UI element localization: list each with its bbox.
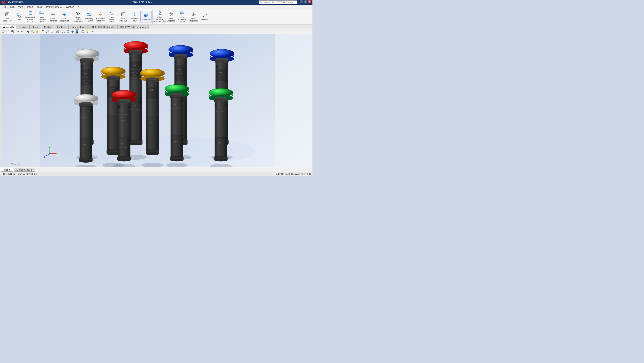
svg-point-115 bbox=[215, 58, 228, 60]
smart-fasteners-button[interactable]: SmartFasteners bbox=[47, 11, 58, 23]
menu-edit[interactable]: Edit bbox=[8, 5, 16, 9]
update-speedpak-label: UpdateSpeedPakSubassemblies bbox=[153, 16, 166, 22]
svg-point-202 bbox=[170, 159, 184, 162]
svg-text:AD16-220/S26: AD16-220/S26 bbox=[216, 111, 224, 113]
linear-component-button[interactable]: LinearComponentPattern bbox=[36, 11, 47, 23]
status-left: SOLIDWORKS Premium 2021 SP3.0 bbox=[2, 173, 37, 175]
search-filter-icon-btn[interactable]: 🔍 bbox=[30, 30, 35, 34]
svg-text:APT: APT bbox=[218, 142, 222, 144]
svg-text:AD16-220/S26: AD16-220/S26 bbox=[81, 117, 89, 118]
svg-rect-196 bbox=[181, 100, 182, 102]
svg-text:APT: APT bbox=[121, 110, 124, 112]
take-snapshot-button[interactable]: TakeSnapshot bbox=[165, 11, 176, 23]
lights-icon-btn[interactable]: 💡 bbox=[85, 30, 90, 34]
svg-point-155 bbox=[146, 153, 159, 155]
edit-component-button[interactable]: EditComponent bbox=[2, 11, 13, 23]
exploded-view-button[interactable]: ExplodedView bbox=[129, 11, 140, 23]
home-icon-btn[interactable]: 🏠 bbox=[1, 30, 5, 34]
svg-point-174 bbox=[118, 99, 131, 101]
svg-text:APT: APT bbox=[174, 141, 178, 143]
smart-fasteners-label: SmartFasteners bbox=[49, 18, 57, 22]
settings-icon-btn[interactable]: ⚙ bbox=[91, 30, 95, 34]
main-area: ‹ bbox=[0, 34, 312, 167]
svg-rect-17 bbox=[89, 15, 91, 16]
svg-rect-117 bbox=[216, 69, 227, 81]
minimize-button[interactable]: _ bbox=[300, 1, 303, 4]
tab-layout[interactable]: Layout bbox=[17, 25, 29, 29]
view-cube-icon-btn[interactable] bbox=[56, 30, 60, 34]
svg-point-55 bbox=[80, 58, 94, 60]
select-icon-btn[interactable] bbox=[26, 30, 30, 34]
tab-render-tools[interactable]: Render Tools bbox=[69, 25, 88, 29]
zoom-icon-btn[interactable]: 🔎 bbox=[45, 30, 50, 34]
new-motion-button[interactable]: NewMotionStudy bbox=[106, 11, 118, 23]
bottom-tab-model[interactable]: Model bbox=[1, 168, 13, 172]
help-search[interactable]: 🔍 Search SOLIDWORKS Help bbox=[259, 1, 298, 4]
svg-point-207 bbox=[214, 97, 228, 100]
svg-rect-192 bbox=[170, 97, 183, 136]
svg-rect-120 bbox=[226, 65, 228, 68]
svg-rect-148 bbox=[147, 87, 158, 99]
update-speedpak-button[interactable]: UpdateSpeedPakSubassemblies bbox=[154, 11, 165, 23]
move-component-button[interactable]: MoveComponent bbox=[58, 11, 70, 23]
pan-icon-btn[interactable]: ✋ bbox=[35, 30, 39, 34]
mate-button[interactable]: Mate bbox=[13, 11, 24, 23]
menu-window[interactable]: Window bbox=[64, 5, 76, 9]
tab-assembly[interactable]: Assembly bbox=[1, 25, 17, 29]
edit-component-label: EditComponent bbox=[2, 18, 12, 22]
measure-button[interactable]: Measure bbox=[199, 11, 210, 23]
tab-solidworks-visualize[interactable]: SOLIDWORKS Visualize bbox=[118, 25, 149, 29]
redo-icon-btn[interactable]: ↪ bbox=[20, 30, 24, 34]
menu-photoview[interactable]: PhotoView 360 bbox=[45, 5, 64, 9]
svg-rect-151 bbox=[157, 83, 158, 86]
maximize-button[interactable]: □ bbox=[304, 1, 307, 4]
shaded-edges-icon-btn[interactable] bbox=[75, 30, 79, 34]
measure-icon bbox=[202, 13, 208, 19]
zoom-fit-icon-btn[interactable]: ⊡ bbox=[50, 30, 54, 34]
left-panel-toggle[interactable]: ‹ bbox=[0, 34, 2, 167]
close-button[interactable]: ✕ bbox=[308, 1, 311, 4]
menu-tools[interactable]: Tools bbox=[35, 5, 44, 9]
exploded-view-label: ExplodedView bbox=[131, 18, 138, 22]
save-icon-btn[interactable]: 💾 bbox=[10, 30, 14, 34]
tab-solidworks-addins[interactable]: SOLIDWORKS Add-Ins bbox=[88, 25, 118, 29]
show-hidden-button[interactable]: ShowHiddenComponents bbox=[72, 11, 83, 23]
wireframe-icon-btn[interactable] bbox=[66, 30, 70, 34]
mass-properties-button[interactable]: MassProperties bbox=[188, 11, 199, 23]
large-assembly-button[interactable]: LargeAssemblySettings bbox=[176, 11, 188, 23]
tab-markup[interactable]: Markup bbox=[42, 25, 54, 29]
reference-geometry-button[interactable]: ReferenceGeometry bbox=[95, 11, 106, 23]
assembly-features-label: AssemblyFeatures bbox=[85, 18, 93, 22]
menu-help[interactable]: ? bbox=[76, 5, 81, 9]
undo-icon-btn[interactable]: ↩ bbox=[16, 30, 20, 34]
viewport[interactable]: APT AD16-220/S26 AC/DC 110V 20mA APT AD1… bbox=[2, 34, 312, 167]
assembly-features-button[interactable]: AssemblyFeatures bbox=[84, 11, 95, 23]
rotate-icon-btn[interactable] bbox=[41, 30, 45, 34]
show-hidden-label: ShowHiddenComponents bbox=[72, 16, 83, 22]
file-open-icon-btn[interactable]: 📄 bbox=[5, 30, 10, 34]
tab-sketch[interactable]: Sketch bbox=[30, 25, 42, 29]
bill-materials-button[interactable]: Bill ofMaterials bbox=[118, 11, 129, 23]
section-view-icon-btn[interactable] bbox=[81, 30, 85, 34]
bottom-tab-motion-study[interactable]: Motion Study 1 bbox=[14, 168, 35, 172]
menu-view[interactable]: View bbox=[16, 5, 25, 9]
svg-point-191 bbox=[170, 93, 184, 95]
svg-text:APT: APT bbox=[174, 104, 178, 106]
menu-insert[interactable]: Insert bbox=[25, 5, 35, 9]
menu-file[interactable]: File bbox=[1, 5, 8, 9]
assembly-features-icon bbox=[86, 12, 92, 18]
display-style-icon-btn[interactable] bbox=[61, 30, 66, 34]
svg-rect-216 bbox=[225, 141, 226, 143]
instant3d-button[interactable]: Instant3D bbox=[140, 11, 152, 23]
tab-evaluate[interactable]: Evaluate bbox=[55, 25, 69, 29]
svg-point-45 bbox=[72, 31, 74, 33]
component-preview-icon bbox=[27, 11, 33, 16]
svg-text:APT: APT bbox=[83, 113, 86, 115]
edit-component-icon bbox=[4, 12, 10, 18]
svg-text:Z: Z bbox=[44, 156, 46, 158]
component-preview-button[interactable]: ComponentPreviewWindow bbox=[24, 11, 36, 23]
svg-text:AD16-220/S26: AD16-220/S26 bbox=[119, 114, 128, 115]
3d-scene[interactable]: APT AD16-220/S26 AC/DC 110V 20mA APT AD1… bbox=[2, 34, 312, 167]
shaded-icon-btn[interactable] bbox=[70, 30, 75, 34]
svg-point-160 bbox=[79, 102, 92, 104]
